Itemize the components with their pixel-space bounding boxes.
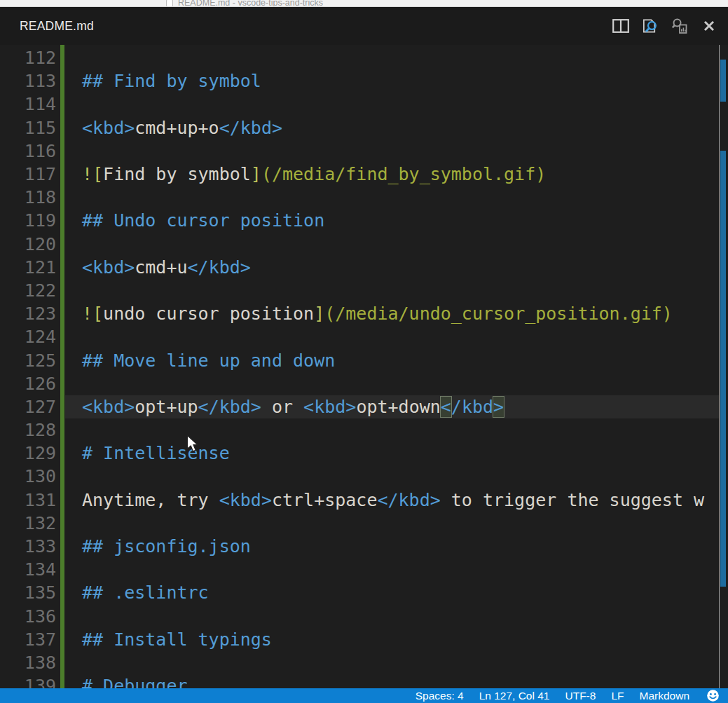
code-line[interactable]: 137## Install typings xyxy=(0,628,728,651)
code-text: <kbd>cmd+u</kbd> xyxy=(82,257,251,278)
line-number[interactable]: 124 xyxy=(0,327,56,347)
line-number[interactable]: 127 xyxy=(0,397,56,417)
status-eol[interactable]: LF xyxy=(611,690,624,702)
line-number[interactable]: 130 xyxy=(0,466,56,486)
code-token: <kbd> xyxy=(82,397,135,417)
code-line[interactable]: 121<kbd>cmd+u</kbd> xyxy=(0,256,728,279)
code-token: Anytime, try xyxy=(82,490,219,510)
code-text: ## Find by symbol xyxy=(82,71,261,91)
code-token: </kbd> xyxy=(198,397,261,417)
editor-pane[interactable]: 112113## Find by symbol114115<kbd>cmd+up… xyxy=(0,45,728,688)
line-number[interactable]: 114 xyxy=(0,94,56,114)
code-line[interactable]: 116 xyxy=(0,139,728,163)
code-line[interactable]: 113## Find by symbol xyxy=(0,69,728,93)
overview-ruler-mark xyxy=(720,60,726,102)
code-token: ## jsconfig.json xyxy=(82,536,251,557)
code-text: ## Move line up and down xyxy=(82,350,335,371)
line-number[interactable]: 131 xyxy=(0,490,56,510)
code-token: </kbd> xyxy=(188,257,251,278)
line-number[interactable]: 129 xyxy=(0,443,56,463)
code-line[interactable]: 138 xyxy=(0,651,728,674)
code-line[interactable]: 114 xyxy=(0,93,728,116)
code-text: ![undo cursor position](/media/undo_curs… xyxy=(82,303,673,324)
smiley-icon[interactable] xyxy=(706,689,720,702)
code-token: ## Install typings xyxy=(82,629,272,650)
split-editor-icon[interactable] xyxy=(612,17,630,35)
vscode-window: README.md - vscode-tips-and-tricks READM… xyxy=(0,0,728,703)
line-number[interactable]: 123 xyxy=(0,303,56,324)
line-number[interactable]: 112 xyxy=(0,48,56,68)
code-line[interactable]: 112 xyxy=(0,46,728,69)
code-line[interactable]: 117![Find by symbol](/media/find_by_symb… xyxy=(0,163,728,186)
scrollbar-thumb[interactable] xyxy=(720,151,726,587)
code-token: ] xyxy=(314,303,324,324)
line-number[interactable]: 117 xyxy=(0,164,56,184)
line-number[interactable]: 121 xyxy=(0,257,56,278)
tab-filename: README.md xyxy=(20,19,94,34)
status-encoding[interactable]: UTF-8 xyxy=(565,690,596,702)
code-token: /kbd xyxy=(451,397,493,417)
code-line[interactable]: 133## jsconfig.json xyxy=(0,535,728,558)
code-token: <kbd> xyxy=(219,490,272,510)
code-line[interactable]: 130 xyxy=(0,465,728,488)
code-line[interactable]: 135## .eslintrc xyxy=(0,581,728,604)
code-line[interactable]: 118 xyxy=(0,186,728,209)
line-number[interactable]: 119 xyxy=(0,210,56,231)
code-token: cmd+up+o xyxy=(135,118,219,138)
status-indentation[interactable]: Spaces: 4 xyxy=(415,690,464,702)
code-line[interactable]: 129# Intellisense xyxy=(0,442,728,465)
code-line[interactable]: 120 xyxy=(0,233,728,256)
line-number[interactable]: 134 xyxy=(0,559,56,580)
code-line[interactable]: 124 xyxy=(0,325,728,348)
open-preview-icon[interactable] xyxy=(641,17,659,35)
line-number[interactable]: 113 xyxy=(0,71,56,91)
close-editor-icon[interactable] xyxy=(700,17,718,35)
line-number[interactable]: 133 xyxy=(0,536,56,557)
code-token: ![ xyxy=(82,303,103,324)
code-text: Anytime, try <kbd>ctrl+space</kbd> to tr… xyxy=(82,490,704,510)
line-number[interactable]: 136 xyxy=(0,606,56,627)
line-number[interactable]: 126 xyxy=(0,374,56,394)
line-number[interactable]: 138 xyxy=(0,653,56,673)
code-line[interactable]: 123![undo cursor position](/media/undo_c… xyxy=(0,302,728,325)
code-line[interactable]: 122 xyxy=(0,279,728,302)
code-line[interactable]: 131Anytime, try <kbd>ctrl+space</kbd> to… xyxy=(0,489,728,512)
macos-titlebar: README.md - vscode-tips-and-tricks xyxy=(0,0,728,7)
line-number[interactable]: 125 xyxy=(0,350,56,371)
code-line[interactable]: 132 xyxy=(0,512,728,535)
code-token: > xyxy=(493,397,504,417)
code-line[interactable]: 127<kbd>opt+up</kbd> or <kbd>opt+down</k… xyxy=(0,395,728,418)
code-text: ![Find by symbol](/media/find_by_symbol.… xyxy=(82,164,546,184)
code-token: ] xyxy=(251,164,261,184)
code-text: ## Undo cursor position xyxy=(82,210,324,231)
editor-title-bar: README.md xyxy=(0,7,728,45)
status-language[interactable]: Markdown xyxy=(640,690,690,702)
preview-source-icon[interactable] xyxy=(671,17,689,35)
line-number[interactable]: 128 xyxy=(0,420,56,440)
line-number[interactable]: 115 xyxy=(0,118,56,138)
code-line[interactable]: 128 xyxy=(0,418,728,442)
code-line[interactable]: 139# Debugger xyxy=(0,674,728,688)
line-number[interactable]: 122 xyxy=(0,280,56,301)
status-bar: Spaces: 4 Ln 127, Col 41 UTF-8 LF Markdo… xyxy=(0,688,728,703)
code-token: cmd+u xyxy=(135,257,187,278)
code-text: ## Install typings xyxy=(82,629,272,650)
line-number[interactable]: 137 xyxy=(0,629,56,650)
macos-window-title: README.md - vscode-tips-and-tricks xyxy=(178,0,323,7)
code-line[interactable]: 126 xyxy=(0,372,728,395)
code-token: # Debugger xyxy=(82,676,188,688)
code-line[interactable]: 115<kbd>cmd+up+o</kbd> xyxy=(0,116,728,139)
overview-ruler[interactable] xyxy=(719,45,728,688)
line-number[interactable]: 116 xyxy=(0,141,56,161)
line-number[interactable]: 139 xyxy=(0,676,56,688)
code-line[interactable]: 136 xyxy=(0,605,728,628)
status-cursor-position[interactable]: Ln 127, Col 41 xyxy=(479,690,550,702)
line-number[interactable]: 118 xyxy=(0,187,56,207)
code-line[interactable]: 125## Move line up and down xyxy=(0,348,728,371)
line-number[interactable]: 135 xyxy=(0,582,56,603)
line-number[interactable]: 132 xyxy=(0,513,56,533)
code-line[interactable]: 134 xyxy=(0,558,728,581)
line-number[interactable]: 120 xyxy=(0,234,56,254)
code-text: <kbd>cmd+up+o</kbd> xyxy=(82,118,282,138)
code-line[interactable]: 119## Undo cursor position xyxy=(0,209,728,232)
